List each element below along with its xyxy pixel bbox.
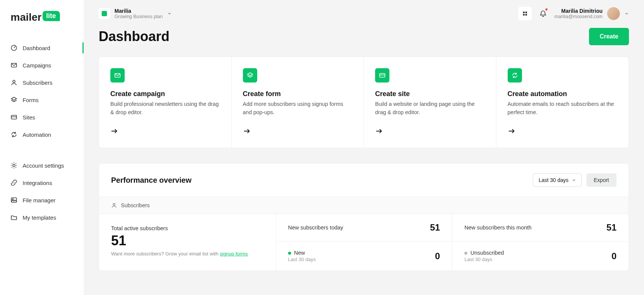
user-name: Marilia Dimitriou <box>554 8 603 14</box>
total-subscribers-value: 51 <box>111 233 264 249</box>
notifications-button[interactable] <box>536 7 550 20</box>
gauge-icon <box>11 44 17 51</box>
metric-value: 51 <box>606 222 617 233</box>
user-email: marilia@moosend.com <box>554 14 603 19</box>
card-create-automation[interactable]: Create automation Automate emails to rea… <box>496 57 629 148</box>
sidebar-item-label: Account settings <box>23 162 64 169</box>
sidebar-item-dashboard[interactable]: Dashboard <box>0 39 84 57</box>
account-name: Marilia <box>114 8 163 14</box>
sidebar-item-label: Forms <box>23 97 39 103</box>
metric-new: NewLast 30 days0 <box>276 242 452 271</box>
card-title: Create site <box>375 90 485 98</box>
folder-icon <box>11 214 17 221</box>
avatar <box>607 7 620 20</box>
image-icon <box>11 197 17 203</box>
logo[interactable]: mailer lite <box>0 0 84 23</box>
sidebar-item-label: Dashboard <box>23 45 50 51</box>
arrow-right-icon <box>375 127 485 136</box>
user-menu[interactable]: Marilia Dimitriou marilia@moosend.com <box>554 7 629 20</box>
card-title: Create automation <box>508 90 618 98</box>
sidebar-item-sites[interactable]: Sites <box>0 109 84 126</box>
sidebar-item-automation[interactable]: Automation <box>0 126 84 143</box>
metric-new-subscribers-this-month: New subscribers this month51 <box>452 214 629 242</box>
card-title: Create form <box>243 90 353 98</box>
arrow-right-icon <box>243 127 353 136</box>
performance-overview: Performance overview Last 30 days Export… <box>99 163 629 271</box>
main: Marilia Growing Business plan Marilia Di… <box>84 0 644 295</box>
card-title: Create campaign <box>110 90 220 98</box>
metric-new-subscribers-today: New subscribers today51 <box>276 214 452 242</box>
sidebar-item-file-manager[interactable]: File manager <box>0 191 84 209</box>
status-dot <box>464 252 467 255</box>
metric-name: Unsubscribed <box>464 250 504 256</box>
export-button[interactable]: Export <box>586 173 617 187</box>
card-description: Build professional newsletters using the… <box>110 100 220 117</box>
sidebar-item-label: Sites <box>23 114 35 121</box>
stack-icon <box>11 96 17 103</box>
performance-tab-subscribers[interactable]: Subscribers <box>99 197 629 214</box>
link-icon <box>11 179 17 186</box>
card-create-campaign[interactable]: Create campaign Build professional newsl… <box>99 57 232 148</box>
sidebar-item-subscribers[interactable]: Subscribers <box>0 74 84 91</box>
account-icon <box>99 8 110 19</box>
date-range-dropdown[interactable]: Last 30 days <box>533 173 581 187</box>
metric-unsubscribed: UnsubscribedLast 30 days0 <box>452 242 629 271</box>
signup-forms-link[interactable]: signup forms <box>220 251 248 257</box>
apps-icon <box>522 11 528 17</box>
total-subscribers-block: Total active subscribers 51 Want more su… <box>99 214 276 271</box>
sidebar-item-label: Integrations <box>23 180 52 186</box>
card-description: Automate emails to reach subscribers at … <box>508 100 618 117</box>
user-icon <box>111 202 117 208</box>
create-button[interactable]: Create <box>589 28 629 45</box>
topbar: Marilia Growing Business plan Marilia Di… <box>84 0 644 20</box>
user-icon <box>11 79 17 86</box>
performance-title: Performance overview <box>111 176 191 185</box>
metric-value: 0 <box>612 251 617 261</box>
apps-button[interactable] <box>518 7 532 20</box>
card-create-form[interactable]: Create form Add more subscribers using s… <box>232 57 364 148</box>
bell-icon <box>540 10 546 17</box>
chevron-down-icon <box>624 11 629 16</box>
notification-dot <box>545 8 548 11</box>
total-subscribers-cta: Want more subscribers? Grow your email l… <box>111 251 264 257</box>
metric-period: Last 30 days <box>288 257 316 262</box>
sidebar-item-forms[interactable]: Forms <box>0 91 84 109</box>
arrow-right-icon <box>508 127 618 136</box>
gear-icon <box>11 162 17 169</box>
metric-name: New <box>288 250 316 256</box>
account-switcher[interactable]: Marilia Growing Business plan <box>99 8 172 19</box>
sidebar-item-account-settings[interactable]: Account settings <box>0 157 84 174</box>
sidebar: mailer lite DashboardCampaignsSubscriber… <box>0 0 84 295</box>
site-icon <box>375 68 389 83</box>
mail-icon <box>110 68 125 83</box>
status-dot <box>288 252 291 255</box>
mail-icon <box>11 62 17 69</box>
metric-name: New subscribers this month <box>464 225 531 231</box>
sidebar-nav: DashboardCampaignsSubscribersFormsSitesA… <box>0 39 84 226</box>
card-create-site[interactable]: Create site Build a website or landing p… <box>364 57 496 148</box>
metric-name: New subscribers today <box>288 225 343 231</box>
refresh-icon <box>11 131 17 138</box>
sidebar-item-label: Subscribers <box>23 79 52 86</box>
sidebar-item-label: Campaigns <box>23 62 51 69</box>
sidebar-item-integrations[interactable]: Integrations <box>0 174 84 191</box>
performance-tab-label: Subscribers <box>121 202 150 208</box>
date-range-label: Last 30 days <box>539 177 568 183</box>
chevron-down-icon <box>572 178 576 182</box>
arrow-right-icon <box>110 127 220 136</box>
total-subscribers-label: Total active subscribers <box>111 225 264 231</box>
logo-text-1: mailer <box>11 11 42 23</box>
stack-icon <box>243 68 257 83</box>
site-icon <box>11 114 17 121</box>
sidebar-item-label: My templates <box>23 214 56 221</box>
metric-period: Last 30 days <box>464 257 504 262</box>
logo-text-2: lite <box>43 11 60 21</box>
chevron-down-icon <box>167 11 172 16</box>
sidebar-item-label: File manager <box>23 197 56 203</box>
account-plan: Growing Business plan <box>114 14 163 19</box>
metric-value: 51 <box>430 222 440 233</box>
sidebar-item-campaigns[interactable]: Campaigns <box>0 57 84 74</box>
sidebar-item-my-templates[interactable]: My templates <box>0 209 84 226</box>
card-description: Build a website or landing page using th… <box>375 100 485 117</box>
metric-value: 0 <box>435 251 440 261</box>
